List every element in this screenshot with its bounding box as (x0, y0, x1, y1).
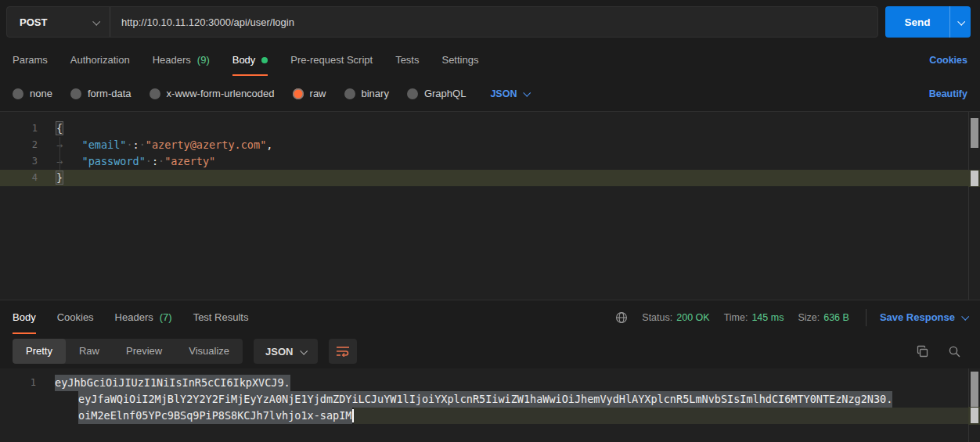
tab-headers[interactable]: Headers(9) (153, 44, 210, 76)
line-number: 1 (0, 375, 36, 391)
radio-icon (70, 88, 81, 99)
tab-tests[interactable]: Tests (395, 44, 419, 76)
send-split-button: Send (885, 6, 971, 38)
token-pun: : (152, 155, 158, 167)
response-body-viewer[interactable]: 1eyJhbGciOiJIUzI1NiIsInR5cCI6IkpXVCJ9.ey… (0, 368, 980, 442)
tab-label: Pre-request Script (290, 54, 373, 66)
body-type-x-www-form-urlencoded[interactable]: x-www-form-urlencoded (150, 88, 275, 99)
code-line[interactable]: 3→"password"·:·"azerty" (0, 153, 980, 170)
send-button[interactable]: Send (885, 6, 949, 38)
token-ws: · (146, 155, 152, 167)
response-tab-headers[interactable]: Headers(7) (115, 300, 172, 334)
chevron-down-icon (957, 17, 965, 25)
word-wrap-icon (336, 346, 350, 357)
scrollbar-thumb[interactable] (971, 118, 978, 148)
jwt-token-text: eyJhbGciOiJIUzI1NiIsInR5cCI6IkpXVCJ9. (55, 375, 290, 391)
tab-count-badge: (9) (197, 54, 210, 66)
url-input[interactable] (110, 16, 877, 28)
response-tab-test-results[interactable]: Test Results (193, 300, 249, 334)
wrap-lines-button[interactable] (329, 339, 357, 364)
radio-label: raw (310, 88, 326, 99)
method-label: POST (20, 16, 47, 28)
token-pun: : (133, 138, 139, 151)
code-line[interactable]: 1{ (0, 120, 980, 137)
body-type-options: noneform-datax-www-form-urlencodedrawbin… (13, 88, 466, 99)
request-tabs-list: ParamsAuthorizationHeaders(9)BodyPre-req… (13, 44, 478, 76)
view-pretty[interactable]: Pretty (13, 339, 66, 364)
request-format-label: JSON (490, 88, 517, 99)
view-raw[interactable]: Raw (66, 339, 113, 364)
url-box: POST (6, 6, 878, 38)
body-type-row: noneform-datax-www-form-urlencodedrawbin… (0, 76, 980, 111)
search-icon[interactable] (948, 345, 961, 358)
tab-label: Authorization (70, 54, 130, 66)
request-body-editor[interactable]: 1{2→"email"·:·"azerty@azerty.com",3→"pas… (0, 112, 980, 300)
response-tabs: BodyCookiesHeaders(7)Test Results Status… (0, 300, 980, 334)
tab-authorization[interactable]: Authorization (70, 44, 130, 76)
editor-scrollbar[interactable] (968, 112, 980, 300)
body-type-none[interactable]: none (13, 88, 52, 99)
status-label: Status: (642, 312, 672, 323)
code-line[interactable]: 2→"email"·:·"azerty@azerty.com", (0, 137, 980, 153)
response-line[interactable]: eyJfaWQiOiI2MjBlY2Y2Y2FiMjEyYzA0NjE1Yjdm… (0, 391, 980, 408)
tab-params[interactable]: Params (13, 44, 48, 76)
response-line[interactable]: oiM2eElnf05YPc9BSq9PiP8S8KCJh7lvhjo1x-sa… (0, 408, 980, 424)
copy-icon[interactable] (916, 345, 929, 358)
chevron-down-icon (524, 89, 531, 97)
token-pun: , (266, 138, 272, 151)
save-response-button[interactable]: Save Response (880, 311, 967, 323)
body-type-binary[interactable]: binary (344, 88, 389, 99)
view-preview[interactable]: Preview (113, 339, 175, 364)
view-visualize[interactable]: Visualize (175, 339, 243, 364)
size-indicator: Size: 636 B (798, 312, 848, 323)
overview-ruler-cursor-marker (971, 408, 978, 423)
token-str: "azerty@azerty.com" (146, 138, 266, 151)
token-ws: · (139, 138, 146, 151)
tab-pre-request-script[interactable]: Pre-request Script (290, 44, 373, 76)
tab-label: Cookies (57, 311, 94, 323)
cookies-link[interactable]: Cookies (929, 55, 967, 66)
save-response-label: Save Response (880, 311, 955, 323)
token-brace: { (56, 122, 63, 135)
radio-icon (150, 88, 160, 99)
chevron-down-icon (961, 313, 969, 321)
radio-label: GraphQL (424, 88, 466, 99)
response-actions (916, 345, 967, 358)
body-type-raw[interactable]: raw (293, 88, 326, 99)
response-meta: Status: 200 OK Time: 145 ms Size: 636 B … (615, 300, 967, 334)
response-line[interactable]: 1eyJhbGciOiJIUzI1NiIsInR5cCI6IkpXVCJ9. (0, 375, 980, 391)
current-line-highlight (354, 408, 980, 424)
jwt-token-text: oiM2eElnf05YPc9BSq9PiP8S8KCJh7lvhjo1x-sa… (78, 408, 352, 424)
status-indicator: Status: 200 OK (642, 312, 709, 323)
time-indicator: Time: 145 ms (724, 312, 784, 323)
response-tabs-list: BodyCookiesHeaders(7)Test Results (13, 300, 248, 334)
body-type-graphql[interactable]: GraphQL (407, 88, 466, 99)
chevron-down-icon (92, 17, 100, 25)
size-label: Size: (798, 312, 820, 323)
beautify-link[interactable]: Beautify (929, 88, 967, 99)
body-type-form-data[interactable]: form-data (70, 88, 132, 99)
tab-settings[interactable]: Settings (441, 44, 478, 76)
token-key: "password" (82, 155, 146, 167)
postman-app: POST Send ParamsAuthorizationHeaders(9)B… (0, 0, 980, 442)
method-select[interactable]: POST (7, 7, 110, 37)
time-label: Time: (724, 312, 748, 323)
send-options-button[interactable] (949, 6, 971, 38)
response-tab-cookies[interactable]: Cookies (57, 300, 94, 334)
response-lines: 1eyJhbGciOiJIUzI1NiIsInR5cCI6IkpXVCJ9.ey… (0, 375, 980, 424)
token-brace: } (56, 171, 63, 184)
code-content: { (38, 120, 63, 137)
response-tab-body[interactable]: Body (13, 300, 36, 334)
token-ws: · (126, 138, 132, 151)
status-value: 200 OK (676, 312, 709, 323)
response-scrollbar[interactable] (968, 368, 980, 442)
radio-label: binary (362, 88, 389, 99)
time-value: 145 ms (751, 312, 784, 323)
tab-label: Tests (395, 54, 419, 66)
scrollbar-thumb[interactable] (971, 372, 978, 409)
code-line[interactable]: 4} (0, 170, 980, 186)
response-format-select[interactable]: JSON (254, 339, 318, 364)
tab-body[interactable]: Body (232, 44, 268, 76)
request-format-select[interactable]: JSON (490, 88, 529, 99)
radio-icon (13, 88, 23, 99)
